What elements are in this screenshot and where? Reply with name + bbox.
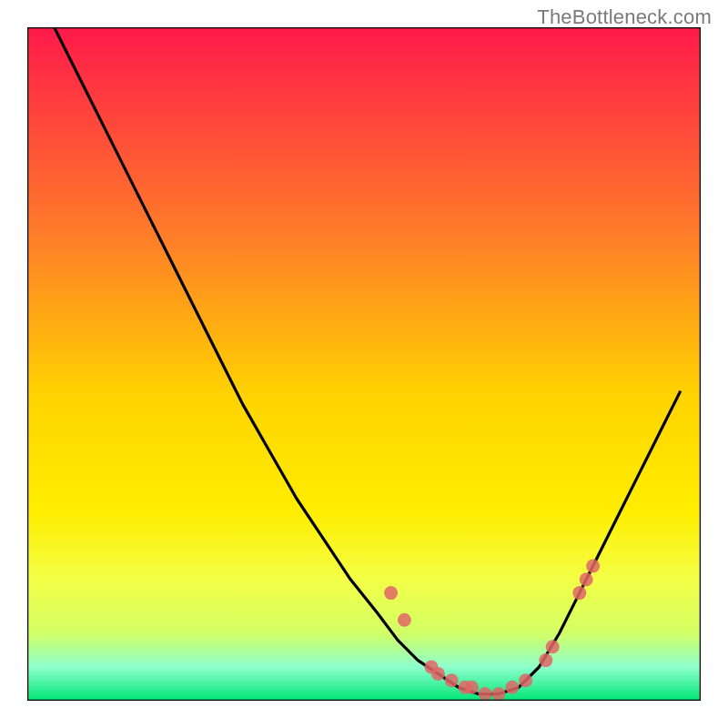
sample-point [572,586,586,600]
sample-point [505,681,519,694]
watermark-text: TheBottleneck.com [537,5,712,29]
gradient-background [27,27,701,701]
sample-point [580,572,593,586]
sample-point [431,667,445,681]
sample-point [492,687,506,701]
sample-point [546,640,560,653]
sample-point [445,673,459,687]
bottleneck-chart [27,27,701,701]
sample-point [398,613,411,627]
sample-point [384,586,398,600]
sample-point [479,687,492,701]
sample-point [519,673,532,687]
sample-point [465,681,479,694]
sample-point [586,560,600,573]
sample-point [539,653,552,667]
